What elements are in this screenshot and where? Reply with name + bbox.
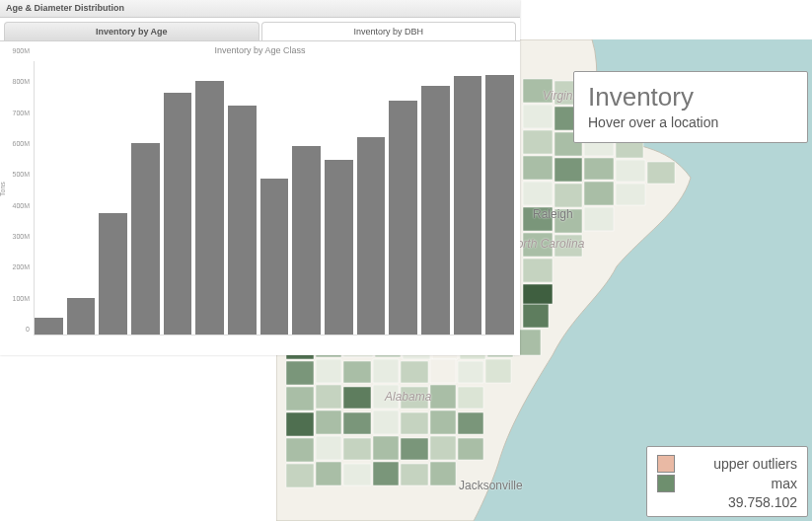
svg-rect-35: [373, 436, 399, 460]
y-tick: 0: [26, 326, 30, 333]
svg-rect-38: [458, 438, 483, 460]
legend-label-max: max: [683, 476, 797, 491]
svg-rect-68: [523, 259, 553, 282]
svg-rect-32: [286, 438, 314, 462]
svg-rect-28: [373, 410, 399, 434]
svg-rect-50: [523, 130, 553, 154]
svg-rect-43: [401, 464, 428, 485]
svg-rect-42: [373, 462, 399, 485]
svg-rect-47: [523, 105, 553, 128]
svg-rect-34: [343, 438, 371, 460]
svg-rect-62: [616, 184, 645, 205]
panel-titlebar: Age & Diameter Distribution: [0, 0, 520, 18]
y-tick: 100M: [12, 294, 30, 301]
svg-rect-17: [485, 359, 511, 383]
bar[interactable]: [99, 213, 127, 335]
svg-rect-9: [523, 304, 549, 328]
svg-rect-20: [343, 387, 371, 409]
bar[interactable]: [131, 143, 160, 335]
y-axis: Tons 0100M200M300M400M500M600M700M800M90…: [0, 57, 32, 335]
svg-rect-31: [458, 412, 483, 434]
svg-rect-15: [430, 359, 456, 383]
svg-rect-61: [584, 182, 614, 205]
bar[interactable]: [389, 101, 417, 335]
bar[interactable]: [228, 106, 257, 335]
svg-rect-67: [554, 235, 582, 257]
svg-rect-13: [373, 359, 399, 383]
chart-title: Inventory by Age Class: [0, 41, 520, 57]
svg-rect-21: [373, 385, 399, 409]
svg-rect-60: [554, 184, 582, 207]
legend-max-value: 39.758.102: [657, 494, 797, 510]
bar[interactable]: [421, 86, 450, 335]
y-tick: 900M: [12, 47, 30, 54]
svg-rect-12: [343, 361, 371, 383]
svg-rect-41: [343, 464, 371, 485]
svg-rect-25: [286, 412, 314, 436]
svg-rect-63: [523, 207, 553, 231]
svg-rect-10: [286, 361, 314, 385]
panel-title: Age & Diameter Distribution: [6, 3, 124, 13]
bar[interactable]: [357, 137, 386, 335]
bars-container: [34, 61, 514, 335]
bar[interactable]: [35, 318, 63, 335]
legend-label-outliers: upper outliers: [683, 456, 797, 472]
svg-rect-45: [523, 79, 553, 103]
inventory-popup: Inventory Hover over a location: [573, 71, 808, 143]
bar[interactable]: [67, 298, 96, 335]
y-tick: 300M: [12, 233, 30, 240]
popup-subtitle: Hover over a location: [588, 114, 793, 130]
bar[interactable]: [325, 160, 353, 335]
tab-row: Inventory by Age Inventory by DBH: [0, 18, 520, 41]
svg-rect-57: [616, 160, 645, 182]
svg-rect-69: [523, 284, 553, 304]
svg-rect-64: [554, 209, 582, 233]
y-tick: 700M: [12, 109, 30, 115]
y-axis-title: Tons: [0, 182, 6, 196]
svg-rect-33: [316, 436, 341, 460]
popup-title: Inventory: [588, 82, 793, 112]
y-tick: 500M: [12, 171, 30, 178]
bar[interactable]: [292, 146, 321, 335]
svg-rect-36: [401, 438, 428, 460]
svg-rect-56: [584, 158, 614, 180]
legend-row-max: max: [657, 475, 797, 492]
bar[interactable]: [260, 179, 289, 335]
legend-row-outliers: upper outliers: [657, 455, 797, 473]
map-legend: upper outliers max 39.758.102: [646, 446, 808, 517]
svg-rect-22: [401, 387, 428, 409]
chart-area: Tons 0100M200M300M400M500M600M700M800M90…: [0, 57, 520, 353]
svg-rect-14: [401, 361, 428, 383]
svg-rect-16: [458, 361, 483, 383]
svg-rect-40: [316, 462, 341, 485]
bar[interactable]: [164, 93, 192, 335]
svg-rect-23: [430, 385, 456, 409]
svg-rect-19: [316, 385, 341, 409]
svg-rect-24: [458, 387, 483, 409]
svg-rect-30: [430, 410, 456, 434]
y-tick: 600M: [12, 140, 30, 147]
tab-label: Inventory by DBH: [353, 27, 423, 37]
svg-rect-39: [286, 464, 314, 487]
svg-rect-65: [584, 207, 614, 231]
svg-rect-18: [286, 387, 314, 410]
tab-inventory-by-dbh[interactable]: Inventory by DBH: [261, 22, 517, 40]
svg-rect-58: [647, 162, 675, 184]
svg-rect-66: [523, 233, 553, 257]
legend-swatch-outliers: [657, 455, 675, 473]
svg-rect-59: [523, 182, 553, 205]
y-tick: 800M: [12, 78, 30, 85]
svg-rect-54: [523, 156, 553, 180]
tab-inventory-by-age[interactable]: Inventory by Age: [4, 22, 259, 40]
legend-swatch-max: [657, 475, 675, 492]
svg-rect-26: [316, 410, 341, 434]
bar[interactable]: [454, 76, 482, 335]
y-tick: 400M: [12, 201, 30, 208]
svg-rect-11: [316, 359, 341, 383]
svg-rect-29: [401, 412, 428, 434]
bar[interactable]: [485, 75, 514, 335]
svg-rect-55: [554, 158, 582, 182]
bar[interactable]: [195, 81, 224, 335]
chart-panel: Age & Diameter Distribution Inventory by…: [0, 0, 520, 355]
y-tick: 200M: [12, 263, 30, 270]
